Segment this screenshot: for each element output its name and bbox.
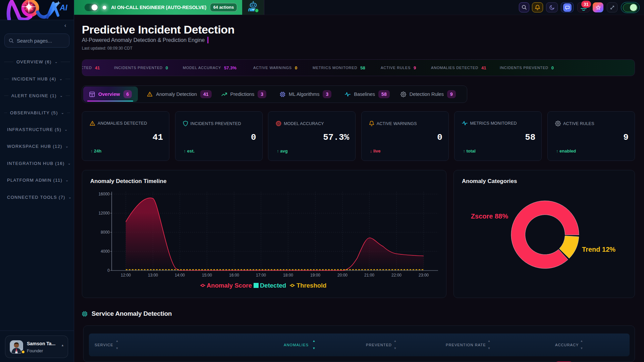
svg-text:12:00: 12:00 (121, 273, 131, 278)
svg-text:8000: 8000 (101, 230, 110, 235)
svg-text:21:00: 21:00 (364, 273, 374, 278)
svg-text:16000: 16000 (99, 192, 110, 196)
svg-text:18:00: 18:00 (283, 273, 293, 278)
svg-text:23:00: 23:00 (419, 273, 429, 278)
svg-text:Zscore 88%: Zscore 88% (471, 213, 508, 220)
svg-text:20:00: 20:00 (337, 273, 347, 278)
svg-text:Anomaly Score: Anomaly Score (207, 282, 252, 289)
svg-text:12000: 12000 (99, 211, 110, 216)
svg-text:17:00: 17:00 (256, 273, 266, 278)
svg-text:19:00: 19:00 (310, 273, 320, 278)
svg-text:14:00: 14:00 (175, 273, 185, 278)
svg-text:Trend 12%: Trend 12% (582, 246, 615, 253)
svg-text:16:00: 16:00 (229, 273, 239, 278)
svg-text:22:00: 22:00 (391, 273, 401, 278)
svg-text:4000: 4000 (101, 249, 110, 254)
svg-text:AI: AI (59, 3, 68, 12)
svg-text:0: 0 (107, 268, 110, 273)
svg-text:15:00: 15:00 (202, 273, 212, 278)
svg-text:13:00: 13:00 (148, 273, 158, 278)
svg-text:Threshold: Threshold (297, 282, 326, 289)
svg-text:Detected: Detected (260, 282, 286, 289)
